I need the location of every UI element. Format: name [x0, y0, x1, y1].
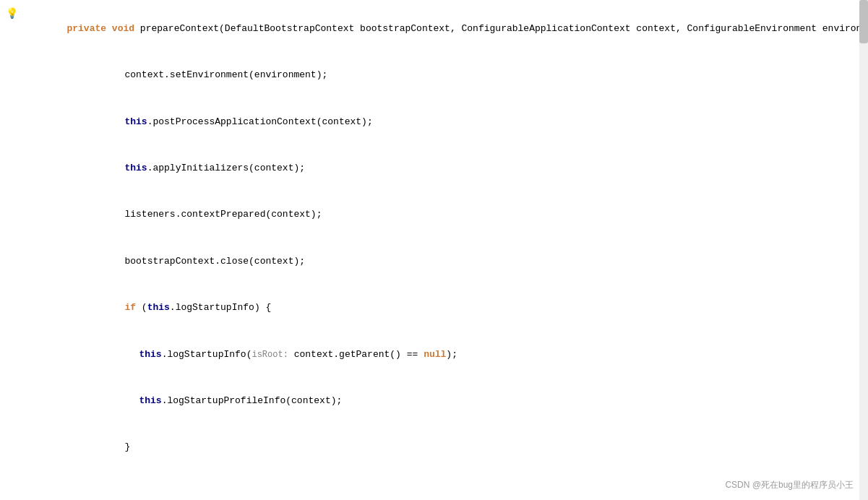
watermark: CSDN @死在bug里的程序员小王 — [725, 479, 854, 491]
code-content: private void prepareContext(DefaultBoots… — [0, 6, 868, 500]
line-5: listeners.contextPrepared(context); — [22, 192, 854, 238]
code-container: 💡 private void prepareContext(DefaultBoo… — [0, 0, 868, 500]
scrollbar-thumb[interactable] — [859, 0, 868, 43]
line-4: this.applyInitializers(context); — [22, 145, 854, 191]
line-8: this.logStartupInfo(isRoot: context.getP… — [22, 332, 854, 378]
line-3: this.postProcessApplicationContext(conte… — [22, 99, 854, 145]
scrollbar[interactable] — [859, 0, 868, 500]
line-7: if (this.logStartupInfo) { — [22, 285, 854, 331]
line-10: } — [22, 425, 854, 471]
line-9: this.logStartupProfileInfo(context); — [22, 378, 854, 424]
line-2: context.setEnvironment(environment); — [22, 52, 854, 98]
line-6: bootstrapContext.close(context); — [22, 238, 854, 285]
line-method-sig: private void prepareContext(DefaultBoots… — [22, 6, 854, 52]
